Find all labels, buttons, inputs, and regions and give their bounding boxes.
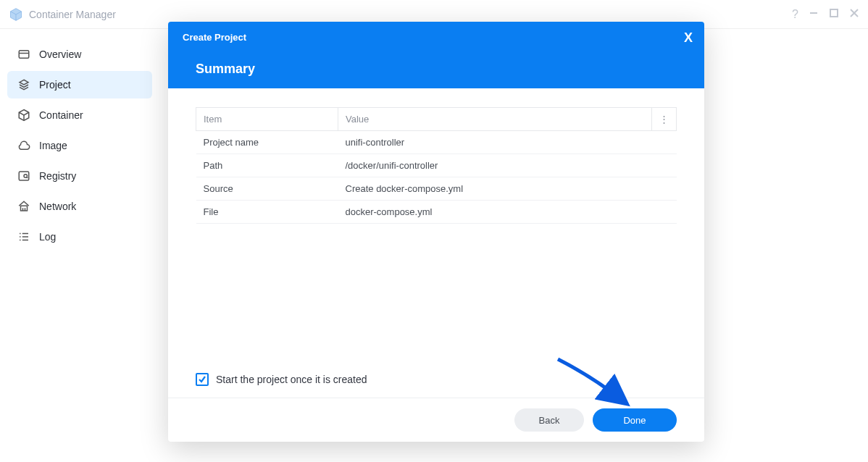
titlebar-right: ? (792, 8, 859, 21)
summary-value: docker-compose.yml (338, 201, 677, 224)
sidebar-item-label: Image (39, 140, 67, 151)
sidebar-item-label: Log (39, 231, 56, 243)
image-icon (17, 139, 30, 152)
summary-table: Item Value ⋮ Project name unifi-controll… (196, 107, 677, 224)
modal-footer: Back Done (168, 398, 704, 442)
start-project-checkbox[interactable]: Start the project once it is created (196, 361, 677, 398)
summary-item: Source (196, 177, 338, 201)
modal-header: Create Project Summary X (168, 22, 704, 88)
create-project-modal: Create Project Summary X Item Value ⋮ (168, 22, 704, 442)
summary-item: Path (196, 154, 338, 177)
summary-value: /docker/unifi-controller (338, 154, 677, 177)
sidebar: Overview Project Container Image Registr (0, 29, 159, 462)
project-icon (17, 78, 30, 91)
table-row: Project name unifi-controller (196, 131, 677, 154)
sidebar-item-overview[interactable]: Overview (7, 41, 152, 68)
svg-line-13 (27, 177, 28, 179)
sidebar-item-label: Project (39, 79, 71, 91)
summary-item: File (196, 201, 338, 224)
summary-col-value[interactable]: Value (338, 108, 652, 131)
start-checkbox-label: Start the project once it is created (216, 374, 367, 385)
svg-marker-8 (20, 80, 28, 85)
sidebar-item-label: Registry (39, 170, 76, 182)
sidebar-item-image[interactable]: Image (7, 132, 152, 159)
summary-value: Create docker-compose.yml (338, 177, 677, 201)
svg-rect-6 (19, 51, 29, 59)
sidebar-item-container[interactable]: Container (7, 101, 152, 129)
svg-rect-3 (830, 9, 838, 17)
main: Overview Project Container Image Registr (0, 29, 868, 462)
done-button[interactable]: Done (593, 408, 677, 432)
modal-title: Create Project (183, 32, 690, 43)
app-icon (9, 7, 23, 22)
table-row: File docker-compose.yml (196, 201, 677, 224)
checkbox-checked-icon (196, 373, 209, 386)
table-row: Path /docker/unifi-controller (196, 154, 677, 177)
log-icon (17, 230, 30, 243)
sidebar-item-label: Overview (39, 49, 81, 60)
maximize-icon[interactable] (829, 8, 839, 21)
sidebar-item-registry[interactable]: Registry (7, 162, 152, 190)
sidebar-item-label: Container (39, 109, 83, 121)
network-icon (17, 200, 30, 213)
close-icon[interactable] (849, 8, 859, 21)
app-title: Container Manager (29, 9, 116, 20)
summary-col-item[interactable]: Item (196, 108, 338, 131)
table-row: Source Create docker-compose.yml (196, 177, 677, 201)
sidebar-item-label: Network (39, 201, 76, 212)
sidebar-item-network[interactable]: Network (7, 193, 152, 220)
summary-item: Project name (196, 131, 338, 154)
titlebar-left: Container Manager (9, 7, 116, 22)
summary-value: unifi-controller (338, 131, 677, 154)
content-area: Create Project Summary X Item Value ⋮ (159, 29, 868, 462)
svg-rect-14 (21, 206, 28, 211)
modal-heading: Summary (196, 62, 690, 77)
sidebar-item-log[interactable]: Log (7, 223, 152, 251)
container-icon (17, 109, 30, 122)
minimize-icon[interactable] (809, 8, 819, 21)
modal-close-icon[interactable]: X (684, 30, 693, 46)
sidebar-item-project[interactable]: Project (7, 71, 152, 98)
overview-icon (17, 48, 30, 61)
modal-body: Item Value ⋮ Project name unifi-controll… (168, 88, 704, 398)
table-menu-icon[interactable]: ⋮ (652, 108, 677, 131)
registry-icon (17, 169, 30, 182)
back-button[interactable]: Back (514, 408, 584, 432)
help-icon[interactable]: ? (792, 8, 798, 21)
